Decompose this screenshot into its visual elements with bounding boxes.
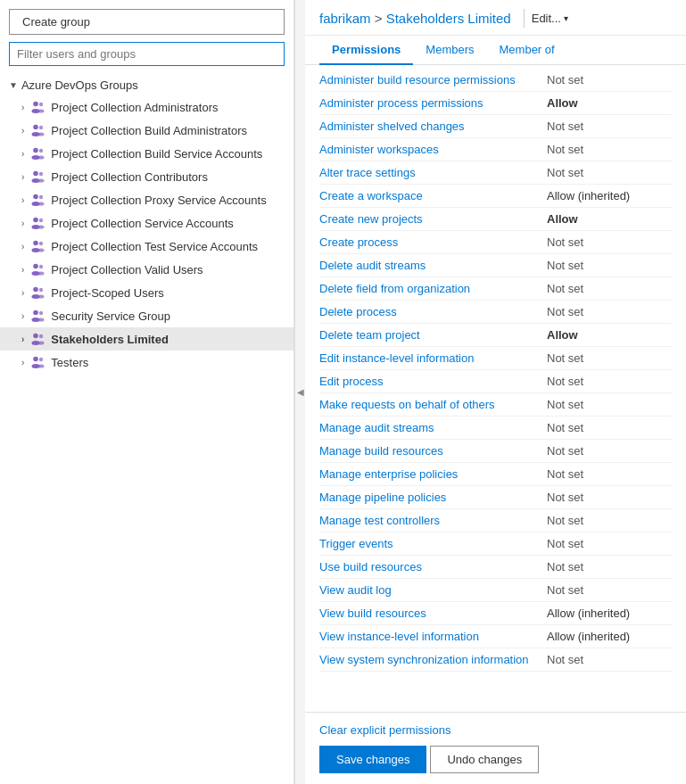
- perm-value[interactable]: Not set: [547, 305, 672, 318]
- breadcrumb-parent[interactable]: fabrikam: [319, 11, 371, 26]
- perm-value[interactable]: Allow: [547, 328, 672, 342]
- perm-name[interactable]: Delete audit streams: [319, 259, 426, 272]
- tab-permissions[interactable]: Permissions: [319, 36, 413, 65]
- perm-value[interactable]: Not set: [547, 514, 672, 527]
- perm-value[interactable]: Allow (inherited): [547, 189, 672, 202]
- group-label: Project Collection Valid Users: [51, 263, 202, 276]
- perm-name[interactable]: Alter trace settings: [319, 166, 416, 179]
- svg-point-19: [38, 202, 45, 206]
- perm-value[interactable]: Not set: [547, 73, 672, 87]
- breadcrumb-bar: fabrikam > Stakeholders Limited Edit... …: [305, 0, 686, 36]
- perm-value[interactable]: Not set: [547, 120, 672, 133]
- svg-point-28: [34, 264, 39, 269]
- tree-item-project-collection-valid-users[interactable]: › Project Collection Valid Users: [0, 258, 293, 281]
- svg-point-32: [34, 287, 39, 293]
- perm-name[interactable]: Manage audit streams: [319, 421, 434, 434]
- tree-item-project-collection-contributors[interactable]: › Project Collection Contributors: [0, 165, 293, 188]
- clear-permissions-link[interactable]: Clear explicit permissions: [319, 723, 672, 737]
- perm-value[interactable]: Not set: [547, 653, 672, 666]
- perm-name[interactable]: Manage test controllers: [319, 514, 440, 527]
- perm-value[interactable]: Not set: [547, 143, 672, 156]
- item-chevron: ›: [21, 126, 24, 136]
- undo-changes-button[interactable]: Undo changes: [430, 746, 539, 773]
- perm-value[interactable]: Not set: [547, 375, 672, 388]
- perm-value[interactable]: Not set: [547, 537, 672, 550]
- perm-name[interactable]: View system synchronization information: [319, 653, 529, 666]
- perm-name[interactable]: Create new projects: [319, 212, 423, 226]
- collapse-handle[interactable]: ◀: [294, 0, 305, 784]
- perm-name[interactable]: Create process: [319, 235, 398, 249]
- perm-name[interactable]: View build resources: [319, 607, 426, 620]
- tree-item-security-service-group[interactable]: › Security Service Group: [0, 304, 293, 327]
- perm-value[interactable]: Not set: [547, 351, 672, 365]
- perm-name[interactable]: Edit process: [319, 375, 384, 388]
- tree-item-project-collection-proxy-service-accounts[interactable]: › Project Collection Proxy Service Accou…: [0, 188, 293, 211]
- perm-value[interactable]: Not set: [547, 259, 672, 272]
- perm-value[interactable]: Not set: [547, 398, 672, 411]
- perm-value[interactable]: Not set: [547, 421, 672, 434]
- svg-point-26: [39, 242, 43, 245]
- tree-item-project-collection-administrators[interactable]: › Project Collection Administrators: [0, 95, 293, 119]
- perm-name[interactable]: Manage build resources: [319, 444, 443, 458]
- perm-name[interactable]: Use build resources: [319, 560, 422, 574]
- tab-member-of[interactable]: Member of: [487, 36, 567, 65]
- save-changes-button[interactable]: Save changes: [319, 746, 426, 773]
- perm-name[interactable]: View instance-level information: [319, 630, 479, 643]
- perm-name[interactable]: Administer build resource permissions: [319, 73, 516, 87]
- svg-point-18: [39, 195, 43, 199]
- group-label: Project Collection Build Administrators: [51, 124, 247, 137]
- perm-name[interactable]: Administer shelved changes: [319, 120, 465, 133]
- perm-name[interactable]: Delete process: [319, 305, 397, 318]
- perm-value[interactable]: Allow: [547, 96, 672, 110]
- tree-item-project-collection-build-administrators[interactable]: › Project Collection Build Administrator…: [0, 119, 293, 142]
- tree-item-stakeholders-limited[interactable]: › Stakeholders Limited: [0, 327, 293, 351]
- perm-name[interactable]: Delete field from organization: [319, 282, 470, 295]
- perm-value[interactable]: Not set: [547, 282, 672, 295]
- svg-point-11: [38, 156, 45, 160]
- perm-name[interactable]: Make requests on behalf of others: [319, 398, 495, 411]
- perm-row: View system synchronization information …: [319, 648, 672, 672]
- edit-button[interactable]: Edit... ▾: [524, 9, 575, 28]
- tree-item-project-scoped-users[interactable]: › Project-Scoped Users: [0, 281, 293, 304]
- perm-name[interactable]: Create a workspace: [319, 189, 423, 202]
- perm-value[interactable]: Not set: [547, 583, 672, 597]
- perm-value[interactable]: Not set: [547, 560, 672, 574]
- perm-name[interactable]: Delete team project: [319, 328, 420, 342]
- perm-value[interactable]: Allow: [547, 212, 672, 226]
- tab-members[interactable]: Members: [413, 36, 486, 65]
- svg-point-16: [34, 194, 39, 200]
- perm-value[interactable]: Not set: [547, 467, 672, 481]
- right-panel: fabrikam > Stakeholders Limited Edit... …: [305, 0, 686, 784]
- perm-row: Alter trace settings Not set: [319, 161, 672, 185]
- tree-item-project-collection-service-accounts[interactable]: › Project Collection Service Accounts: [0, 211, 293, 235]
- filter-input[interactable]: [9, 42, 285, 66]
- item-chevron: ›: [21, 103, 24, 112]
- perm-name[interactable]: View audit log: [319, 583, 392, 597]
- perm-value[interactable]: Allow (inherited): [547, 607, 672, 620]
- perm-name[interactable]: Administer process permissions: [319, 96, 484, 110]
- perm-name[interactable]: Manage pipeline policies: [319, 491, 446, 504]
- perm-name[interactable]: Administer workspaces: [319, 143, 439, 156]
- perm-value[interactable]: Not set: [547, 235, 672, 249]
- perm-value[interactable]: Allow (inherited): [547, 630, 672, 643]
- perm-name[interactable]: Manage enterprise policies: [319, 467, 458, 481]
- group-label: Project Collection Administrators: [51, 101, 218, 114]
- perm-value[interactable]: Not set: [547, 444, 672, 458]
- svg-point-2: [39, 103, 43, 106]
- tree-item-testers[interactable]: › Testers: [0, 351, 293, 374]
- edit-label: Edit...: [532, 12, 561, 25]
- perm-name[interactable]: Trigger events: [319, 537, 393, 550]
- tree-item-project-collection-test-service-accounts[interactable]: › Project Collection Test Service Accoun…: [0, 235, 293, 258]
- action-buttons: Save changes Undo changes: [319, 746, 672, 773]
- azure-devops-groups-category[interactable]: ▼ Azure DevOps Groups: [0, 75, 293, 95]
- svg-point-20: [34, 218, 39, 223]
- create-group-button[interactable]: Create group: [9, 9, 285, 35]
- svg-point-42: [39, 334, 43, 338]
- item-chevron: ›: [21, 358, 24, 367]
- perm-value[interactable]: Not set: [547, 491, 672, 504]
- svg-point-46: [39, 358, 43, 361]
- perm-name[interactable]: Edit instance-level information: [319, 351, 474, 365]
- svg-point-40: [34, 334, 39, 339]
- tree-item-project-collection-build-service-accounts[interactable]: › Project Collection Build Service Accou…: [0, 142, 293, 165]
- perm-value[interactable]: Not set: [547, 166, 672, 179]
